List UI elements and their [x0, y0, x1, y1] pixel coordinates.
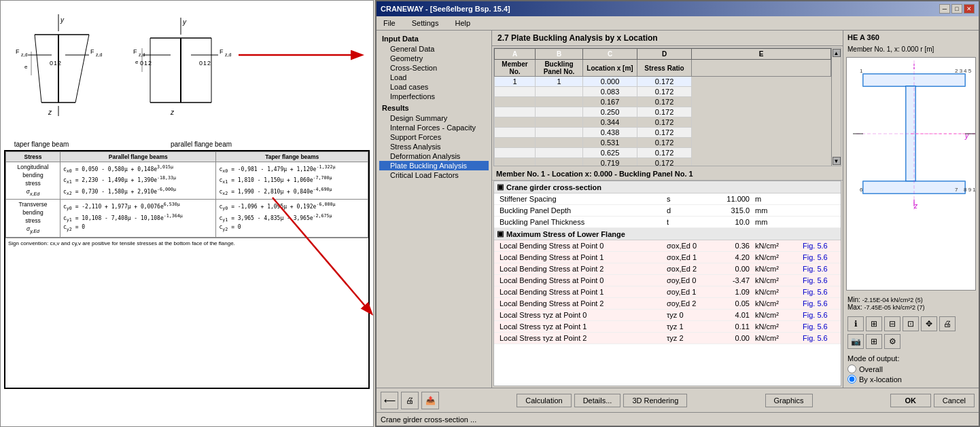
sidebar-input-header[interactable]: Input Data	[379, 33, 489, 44]
menu-settings[interactable]: Settings	[408, 18, 443, 29]
sidebar-item-general-data[interactable]: General Data	[379, 44, 489, 54]
svg-text:F: F	[133, 48, 137, 55]
controls-panel: ℹ ⊞ ⊟ ⊡ ✥ 🖨 📷 ⊞ ⚙	[843, 314, 979, 352]
stiffener-label: Stiffener Spacing	[494, 194, 664, 204]
toolbar-back-button[interactable]: ⟵	[381, 392, 398, 409]
section-info-label: HE A 360	[843, 31, 979, 44]
rendering-3d-button[interactable]: 3D Rendering	[623, 394, 687, 407]
parallel-cx2: cx2 = 0,730 - 1,580μ + 2,910e-6,000μ	[63, 186, 213, 197]
stiffener-symbol: s	[664, 194, 698, 204]
parallel-cy2: cy2 = 0	[63, 223, 213, 233]
close-button[interactable]: ✕	[964, 4, 975, 14]
mode-bylocation-option[interactable]: By x-location	[847, 375, 975, 384]
svg-text:8 9 10: 8 9 10	[964, 187, 976, 193]
svg-text:z,d: z,d	[139, 52, 145, 57]
screenshot-button[interactable]: 📷	[847, 334, 864, 349]
detail-panel[interactable]: ▣ Crane girder cross-section Stiffener S…	[493, 181, 841, 386]
table-row[interactable]: 0.4380.172	[495, 128, 831, 138]
sidebar-item-internal-forces[interactable]: Internal Forces - Capacity	[379, 123, 489, 132]
mode-overall-radio[interactable]	[847, 365, 856, 373]
toolbar-print-button[interactable]: 🖨	[401, 392, 419, 409]
scroll-up-btn[interactable]: ▲	[833, 49, 841, 57]
svg-text:F: F	[16, 48, 20, 55]
ok-button[interactable]: OK	[890, 394, 931, 407]
table-row[interactable]: 0.2500.172	[495, 107, 831, 117]
col-header-a: A	[495, 49, 536, 60]
rotate-button[interactable]: 🖨	[939, 316, 956, 331]
table-row[interactable]: 110.0000.172	[495, 77, 831, 87]
sidebar-item-design-summary[interactable]: Design Summary	[379, 113, 489, 123]
sidebar-item-cross-section[interactable]: Cross-Section	[379, 63, 489, 73]
bottom-toolbar: ⟵ 🖨 📤 Calculation Details... 3D Renderin…	[377, 388, 979, 412]
sidebar-item-deformation[interactable]: Deformation Analysis	[379, 151, 489, 161]
cancel-button[interactable]: Cancel	[934, 394, 975, 407]
svg-text:z,d: z,d	[96, 52, 102, 57]
col-member-no-header: Member No.	[495, 60, 536, 77]
zoom-out-button[interactable]: ⊟	[884, 316, 900, 331]
fit-button[interactable]: ⊡	[903, 316, 919, 331]
svg-text:1: 1	[54, 60, 57, 67]
svg-text:z: z	[913, 202, 918, 210]
stress-detail-row: Local Bending Stress at Point 0σoy,Ed 0-…	[494, 275, 841, 286]
sidebar-item-critical-load[interactable]: Critical Load Factors	[379, 170, 489, 180]
table-row[interactable]: 0.0830.172	[495, 87, 831, 97]
table-row[interactable]: 0.7190.172	[495, 158, 831, 166]
table-scrollbar[interactable]: ▲ ▼	[831, 48, 841, 166]
sidebar-item-geometry[interactable]: Geometry	[379, 54, 489, 63]
col-e-header	[692, 60, 831, 77]
toolbar-export-button[interactable]: 📤	[421, 392, 439, 409]
stress-detail-row: Local Bending Stress at Point 2σox,Ed 20…	[494, 263, 841, 275]
mode-bylocation-label: By x-location	[859, 375, 902, 384]
sidebar-item-plate-buckling[interactable]: Plate Buckling Analysis	[379, 161, 489, 170]
status-text: Crane girder cross-section ...	[381, 415, 476, 424]
main-table-scroll[interactable]: A B C D E Member No. Buckling Panel No.	[494, 48, 831, 166]
min-max-panel: Min: -2.15E-04 kN/cm²2 (5) Max: -7.45E-0…	[843, 293, 979, 314]
mode-overall-option[interactable]: Overall	[847, 365, 975, 373]
svg-text:0: 0	[199, 60, 203, 67]
expand-icon-2: ▣	[497, 229, 504, 238]
copy-button[interactable]: ⊞	[866, 334, 882, 349]
sidebar-item-load[interactable]: Load	[379, 73, 489, 82]
stiffener-unit: m	[752, 194, 793, 204]
taper-cx2: cx2 = 1,990 - 2,810μ + 0,840e-4,690μ	[219, 186, 365, 197]
svg-text:z: z	[170, 109, 175, 116]
stiffener-ref	[793, 194, 834, 204]
sidebar-results-header[interactable]: Results	[379, 103, 489, 113]
stress-transverse-label: Transverse	[9, 201, 57, 209]
settings-icon-button[interactable]: ⚙	[884, 334, 900, 349]
detail-panel-header: Member No. 1 - Location x: 0.000 - Buckl…	[492, 168, 843, 181]
scroll-down-btn[interactable]: ▼	[833, 157, 841, 165]
table-row[interactable]: 0.5310.172	[495, 138, 831, 148]
zoom-in-button[interactable]: ⊞	[866, 316, 882, 331]
svg-text:1: 1	[144, 60, 147, 67]
sidebar-item-imperfections[interactable]: Imperfections	[379, 92, 489, 101]
mode-output-label: Mode of output:	[847, 354, 975, 363]
sidebar-item-load-cases[interactable]: Load cases	[379, 82, 489, 92]
graphics-button[interactable]: Graphics	[765, 394, 813, 407]
table-row[interactable]: 0.6250.172	[495, 148, 831, 158]
sidebar-item-support-forces[interactable]: Support Forces	[379, 132, 489, 142]
pan-button[interactable]: ✥	[921, 316, 937, 331]
sidebar-item-stress-analysis[interactable]: Stress Analysis	[379, 142, 489, 151]
info-button[interactable]: ℹ	[847, 316, 864, 331]
maximize-button[interactable]: □	[951, 4, 962, 14]
svg-text:2 3: 2 3	[955, 68, 963, 74]
details-button[interactable]: Details...	[574, 394, 621, 407]
menu-help[interactable]: Help	[451, 18, 474, 29]
col-header-d: D	[637, 49, 692, 60]
minimize-button[interactable]: ─	[939, 4, 950, 14]
svg-text:e: e	[24, 64, 28, 70]
table-row[interactable]: 0.3440.172	[495, 117, 831, 128]
menu-file[interactable]: File	[379, 18, 400, 29]
title-bar: CRANEWAY - [Seeßelberg Bsp. 15.4] ─ □ ✕	[377, 1, 979, 16]
cross-section-view: y z 1 2 3 4 5 6 7 8 9 10	[846, 57, 976, 291]
stress-detail-row: Local Stress τyz at Point 0τyz 04.01kN/c…	[494, 310, 841, 321]
calculation-button[interactable]: Calculation	[517, 394, 571, 407]
max-value-row: Max: -7.45E-05 kN/cm²2 (7)	[847, 303, 975, 311]
svg-text:F: F	[220, 48, 224, 55]
parallel-cx0: cx0 = 0,050 - 0,580μ + 0,148e3,015μ	[63, 164, 213, 174]
mode-bylocation-radio[interactable]	[847, 375, 856, 384]
max-value: -7.45E-05 kN/cm²2 (7)	[864, 304, 924, 311]
stress-detail-row: Local Stress τyz at Point 1τyz 10.11kN/c…	[494, 321, 841, 333]
table-row[interactable]: 0.1670.172	[495, 97, 831, 107]
